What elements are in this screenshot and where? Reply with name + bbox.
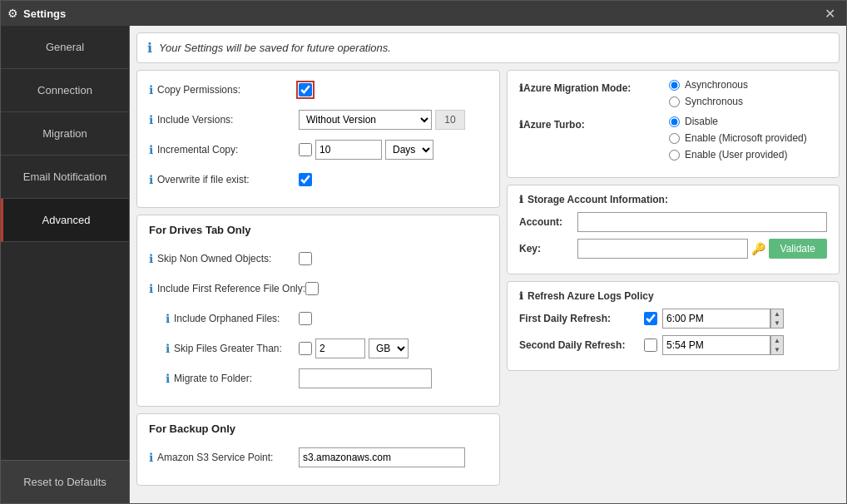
include-versions-control: Without Version 10 xyxy=(299,110,488,130)
drives-panel: For Drives Tab Only ℹ Skip Non Owned Obj… xyxy=(136,215,500,407)
storage-account-title: ℹ Storage Account Information: xyxy=(519,194,827,205)
incremental-copy-unit-select[interactable]: Days xyxy=(385,140,433,160)
info-icon: ℹ xyxy=(147,40,152,56)
migrate-to-folder-row: ℹ Migrate to Folder: xyxy=(149,368,488,389)
overwrite-label: ℹ Overwrite if file exist: xyxy=(149,173,299,186)
info-icon: ℹ xyxy=(166,312,170,325)
include-orphaned-row: ℹ Include Orphaned Files: xyxy=(149,308,488,329)
disable-radio[interactable] xyxy=(669,116,680,127)
copy-permissions-label: ℹ Copy Permissions: xyxy=(149,83,299,96)
sidebar-bottom: Reset to Defaults xyxy=(1,460,129,503)
include-versions-select[interactable]: Without Version xyxy=(299,110,432,130)
enable-user-radio[interactable] xyxy=(669,150,680,161)
amazon-s3-label: ℹ Amazon S3 Service Point: xyxy=(149,451,299,464)
sidebar-item-email-notification[interactable]: Email Notification xyxy=(1,156,129,199)
include-orphaned-checkbox[interactable] xyxy=(299,312,312,325)
include-first-ref-checkbox[interactable] xyxy=(305,282,319,295)
incremental-copy-row: ℹ Incremental Copy: Days xyxy=(149,139,488,161)
second-daily-down[interactable]: ▼ xyxy=(771,345,783,354)
backup-panel: For Backup Only ℹ Amazon S3 Service Poin… xyxy=(136,413,500,486)
second-daily-up[interactable]: ▲ xyxy=(771,336,783,345)
right-column: ℹ Azure Migration Mode: Asynchronous xyxy=(507,70,840,497)
second-daily-label: Second Daily Refresh: xyxy=(519,339,644,351)
left-column: ℹ Copy Permissions: ℹ Include Versi xyxy=(136,70,500,497)
amazon-s3-input[interactable] xyxy=(299,447,465,467)
key-icon[interactable]: 🔑 xyxy=(748,242,769,255)
asynchronous-radio[interactable] xyxy=(669,80,680,91)
skip-files-greater-checkbox[interactable] xyxy=(299,342,312,355)
synchronous-radio[interactable] xyxy=(669,96,680,107)
info-icon: ℹ xyxy=(149,252,153,265)
account-row: Account: xyxy=(519,212,827,232)
main-settings-panel: ℹ Copy Permissions: ℹ Include Versi xyxy=(136,70,500,208)
skip-files-greater-input[interactable] xyxy=(315,338,365,358)
sidebar-item-advanced[interactable]: Advanced xyxy=(1,199,129,242)
refresh-panel: ℹ Refresh Azure Logs Policy First Daily … xyxy=(507,281,840,371)
copy-permissions-row: ℹ Copy Permissions: xyxy=(149,79,488,101)
reset-defaults-button[interactable]: Reset to Defaults xyxy=(1,460,129,503)
second-daily-checkbox[interactable] xyxy=(644,338,657,352)
second-daily-time-input[interactable] xyxy=(662,335,770,355)
skip-files-greater-control: GB xyxy=(299,338,488,358)
include-versions-num: 10 xyxy=(435,110,465,130)
first-daily-spinner: ▲ ▼ xyxy=(770,309,784,329)
overwrite-checkbox[interactable] xyxy=(299,173,312,186)
info-banner: ℹ Your Settings will be saved for future… xyxy=(136,32,840,63)
skip-files-greater-label: ℹ Skip Files Greater Than: xyxy=(149,342,299,355)
second-daily-spinner: ▲ ▼ xyxy=(770,335,784,355)
copy-permissions-checkbox[interactable] xyxy=(299,83,312,96)
main-content: General Connection Migration Email Notif… xyxy=(1,26,846,503)
first-daily-up[interactable]: ▲ xyxy=(771,309,783,319)
incremental-copy-label: ℹ Incremental Copy: xyxy=(149,143,299,156)
migrate-to-folder-control xyxy=(299,368,488,388)
sidebar: General Connection Migration Email Notif… xyxy=(1,26,130,503)
key-label: Key: xyxy=(519,243,577,254)
overwrite-row: ℹ Overwrite if file exist: xyxy=(149,169,488,190)
account-input[interactable] xyxy=(577,212,827,232)
include-orphaned-control xyxy=(299,312,488,325)
backup-panel-title: For Backup Only xyxy=(149,422,488,438)
include-first-ref-row: ℹ Include First Reference File Only: xyxy=(149,278,488,299)
close-button[interactable]: ✕ xyxy=(820,3,840,23)
azure-turbo-label: ℹ Azure Turbo: xyxy=(519,119,669,131)
info-icon: ℹ xyxy=(149,451,153,464)
incremental-copy-input[interactable] xyxy=(315,140,382,160)
validate-button[interactable]: Validate xyxy=(769,239,827,259)
skip-files-greater-row: ℹ Skip Files Greater Than: GB xyxy=(149,338,488,359)
disable-option: Disable xyxy=(669,116,807,127)
key-input[interactable] xyxy=(577,239,748,259)
panels-row: ℹ Copy Permissions: ℹ Include Versi xyxy=(136,70,840,497)
copy-permissions-control xyxy=(299,83,488,96)
sidebar-item-connection[interactable]: Connection xyxy=(1,69,129,112)
info-icon: ℹ xyxy=(149,173,153,186)
skip-non-owned-checkbox[interactable] xyxy=(299,252,312,265)
settings-icon: ⚙ xyxy=(7,7,18,20)
first-daily-time-input[interactable] xyxy=(662,309,770,329)
refresh-title: ℹ Refresh Azure Logs Policy xyxy=(519,290,827,302)
info-icon: ℹ xyxy=(149,83,153,96)
include-orphaned-label: ℹ Include Orphaned Files: xyxy=(149,312,299,325)
incremental-copy-checkbox[interactable] xyxy=(299,143,312,156)
enable-ms-radio[interactable] xyxy=(669,133,680,144)
settings-window: ⚙ Settings ✕ General Connection Migratio… xyxy=(0,0,847,504)
info-icon: ℹ xyxy=(166,372,170,385)
migrate-to-folder-input[interactable] xyxy=(299,368,432,388)
incremental-copy-control: Days xyxy=(299,140,488,160)
first-daily-refresh-row: First Daily Refresh: ▲ ▼ xyxy=(519,309,827,329)
first-daily-checkbox[interactable] xyxy=(644,312,657,325)
info-icon: ℹ xyxy=(149,143,153,156)
sidebar-item-migration[interactable]: Migration xyxy=(1,112,129,156)
skip-files-unit-select[interactable]: GB xyxy=(369,338,409,358)
skip-non-owned-control xyxy=(299,252,488,265)
azure-migration-mode-options: Asynchronous Synchronous xyxy=(669,79,748,107)
azure-turbo-options: Disable Enable (Microsoft provided) Enab… xyxy=(669,116,807,161)
info-icon: ℹ xyxy=(166,342,170,355)
enable-ms-option: Enable (Microsoft provided) xyxy=(669,132,807,144)
azure-migration-mode-row: ℹ Azure Migration Mode: Asynchronous xyxy=(519,79,827,107)
overwrite-control xyxy=(299,173,488,186)
include-versions-row: ℹ Include Versions: Without Version 10 xyxy=(149,109,488,131)
enable-user-option: Enable (User provided) xyxy=(669,149,807,161)
info-icon: ℹ xyxy=(149,113,153,126)
sidebar-item-general[interactable]: General xyxy=(1,26,129,69)
first-daily-down[interactable]: ▼ xyxy=(771,319,783,328)
